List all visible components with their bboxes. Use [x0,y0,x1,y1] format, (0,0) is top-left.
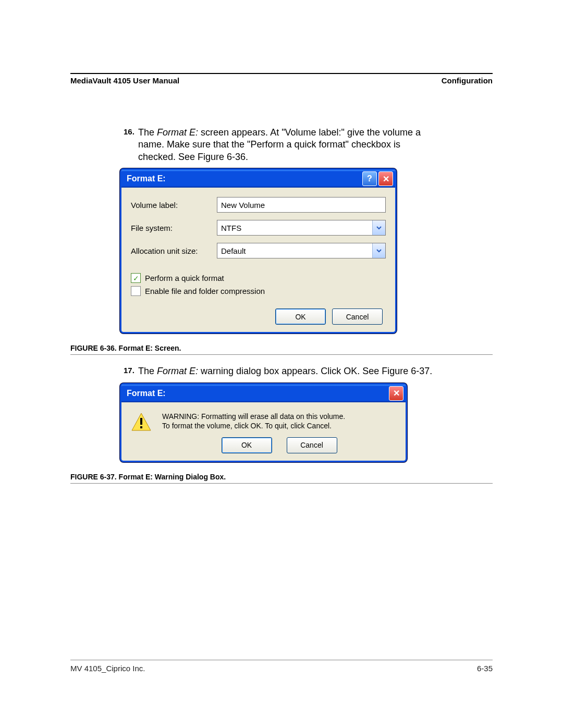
step-17-c: warning dialog box appears. Click [198,366,344,376]
format-dialog-title: Format E: [127,174,166,183]
cancel-button[interactable]: Cancel [287,437,337,453]
page-header: MediaVault 4105 User Manual Configuratio… [70,76,493,85]
file-system-label: File system: [131,224,217,232]
step-16-line3: checked. See Figure 6-36. [138,152,248,162]
step-16-number: 16. [124,127,134,137]
quick-format-row[interactable]: ✓ Perform a quick format [131,273,386,283]
compression-checkbox[interactable]: ✓ [131,286,141,296]
format-dialog-titlebar[interactable]: Format E: ? ✕ [121,170,395,188]
ok-button[interactable]: OK [222,437,272,453]
step-16-line1b: Format E: [157,127,198,138]
figure-6-37-prefix: FIGURE 6-37. [70,473,117,481]
step-17-d: OK [344,366,357,376]
warning-dialog-title: Format E: [127,389,166,398]
svg-rect-2 [140,426,142,428]
allocation-size-label: Allocation unit size: [131,246,217,255]
footer-rule [70,660,493,660]
page-footer: MV 4105_Ciprico Inc. 6-35 [70,664,493,673]
figure-6-36-text: Format E: Screen. [117,344,181,352]
file-system-value: NTFS [217,220,372,235]
header-right: Configuration [442,76,493,85]
figure-rule [70,483,493,484]
figure-rule [70,354,493,355]
step-16-line2: name. Make sure that the "Perform a quic… [138,139,400,150]
warning-icon [131,412,152,433]
step-17-e: . See Figure 6-37. [357,366,432,376]
chevron-down-icon[interactable] [372,243,385,258]
help-icon[interactable]: ? [362,171,377,186]
footer-left: MV 4105_Ciprico Inc. [70,664,145,673]
figure-6-36-caption: FIGURE 6-36. Format E: Screen. [70,344,493,352]
figure-6-37-caption: FIGURE 6-37. Format E: Warning Dialog Bo… [70,473,493,481]
footer-right: 6-35 [477,664,493,673]
step-17: 17. The Format E: warning dialog box app… [138,365,472,377]
warning-dialog-titlebar[interactable]: Format E: ✕ [121,385,406,402]
figure-6-36-prefix: FIGURE 6-36. [70,344,117,352]
step-16-line1c: screen appears. At "Volume label:" give … [198,127,421,138]
allocation-size-select[interactable]: Default [217,243,386,258]
cancel-button[interactable]: Cancel [332,309,383,325]
close-icon[interactable]: ✕ [389,386,403,401]
ok-button[interactable]: OK [275,309,326,325]
quick-format-checkbox[interactable]: ✓ [131,273,141,283]
header-left: MediaVault 4105 User Manual [70,76,179,85]
step-17-b: Format E: [157,366,198,376]
step-17-a: The [138,366,157,376]
file-system-select[interactable]: NTFS [217,220,386,236]
quick-format-label: Perform a quick format [145,274,224,282]
step-16-line1a: The [138,127,157,138]
header-rule [70,73,493,74]
svg-rect-1 [140,418,142,425]
format-dialog: Format E: ? ✕ Volume label: New Volume F… [120,168,397,334]
chevron-down-icon[interactable] [372,220,385,235]
close-icon[interactable]: ✕ [378,171,393,186]
figure-6-37-text: Format E: Warning Dialog Box. [117,473,226,481]
step-17-number: 17. [124,365,134,376]
warning-line1: WARNING: Formatting will erase all data … [162,412,396,422]
step-16: 16. The Format E: screen appears. At "Vo… [138,127,472,163]
compression-label: Enable file and folder compression [145,287,265,295]
warning-text: WARNING: Formatting will erase all data … [162,412,396,454]
warning-dialog: Format E: ✕ WARNING: Formatting will era… [120,383,407,463]
volume-label-input[interactable]: New Volume [217,197,386,213]
warning-line2: To format the volume, click OK. To quit,… [162,421,396,431]
compression-row[interactable]: ✓ Enable file and folder compression [131,286,386,296]
volume-label-label: Volume label: [131,201,217,209]
allocation-size-value: Default [217,243,372,258]
